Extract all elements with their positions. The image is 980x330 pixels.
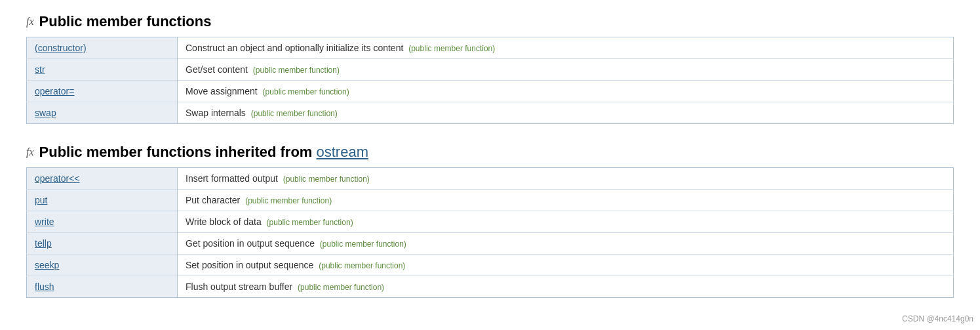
func-cell: operator=: [27, 81, 178, 102]
section-inherited-from-ostream: fxPublic member functions inherited from…: [26, 144, 954, 298]
table-row: putPut character (public member function…: [27, 190, 954, 211]
table-row: flushFlush output stream buffer (public …: [27, 276, 954, 298]
func-cell: write: [27, 211, 178, 233]
func-badge: (public member function): [263, 87, 349, 96]
func-cell: tellp: [27, 233, 178, 255]
table-row: writeWrite block of data (public member …: [27, 211, 954, 233]
desc-cell: Get position in output sequence (public …: [178, 233, 954, 255]
section-title-0: Public member functions: [39, 13, 212, 30]
table-row: operator=Move assignment (public member …: [27, 81, 954, 102]
func-cell: operator<<: [27, 168, 178, 190]
member-table-0: (constructor)Construct an object and opt…: [26, 37, 954, 124]
func-cell: flush: [27, 276, 178, 298]
desc-cell: Get/set content (public member function): [178, 59, 954, 81]
func-link[interactable]: (constructor): [35, 43, 87, 53]
func-link[interactable]: operator<<: [35, 173, 80, 184]
desc-cell: Construct an object and optionally initi…: [178, 37, 954, 59]
func-cell: seekp: [27, 255, 178, 276]
func-link[interactable]: seekp: [35, 260, 59, 270]
fx-icon: fx: [26, 146, 34, 158]
func-cell: put: [27, 190, 178, 211]
func-link[interactable]: swap: [35, 108, 56, 118]
section-title-1: Public member functions inherited from o…: [39, 144, 368, 161]
fx-icon: fx: [26, 16, 34, 28]
func-badge: (public member function): [408, 44, 495, 53]
desc-cell: Swap internals (public member function): [178, 102, 954, 124]
section-heading-1: fxPublic member functions inherited from…: [26, 144, 954, 161]
desc-cell: Flush output stream buffer (public membe…: [178, 276, 954, 298]
table-row: (constructor)Construct an object and opt…: [27, 37, 954, 59]
table-row: swapSwap internals (public member functi…: [27, 102, 954, 124]
func-link[interactable]: flush: [35, 281, 54, 292]
func-badge: (public member function): [298, 283, 384, 292]
func-link[interactable]: write: [35, 217, 54, 227]
func-badge: (public member function): [320, 239, 406, 249]
func-link[interactable]: put: [35, 195, 47, 205]
func-badge: (public member function): [251, 109, 338, 118]
desc-cell: Write block of data (public member funct…: [178, 211, 954, 233]
desc-cell: Insert formatted output (public member f…: [178, 168, 954, 190]
section-heading-0: fxPublic member functions: [26, 13, 954, 30]
member-table-1: operator<<Insert formatted output (publi…: [26, 167, 954, 298]
func-link[interactable]: str: [35, 64, 45, 75]
desc-cell: Move assignment (public member function): [178, 81, 954, 102]
table-row: strGet/set content (public member functi…: [27, 59, 954, 81]
func-cell: swap: [27, 102, 178, 124]
func-link[interactable]: operator=: [35, 86, 74, 96]
func-badge: (public member function): [319, 261, 405, 270]
func-badge: (public member function): [253, 66, 340, 75]
watermark: CSDN @4nc414g0n: [902, 314, 973, 323]
table-row: operator<<Insert formatted output (publi…: [27, 168, 954, 190]
func-badge: (public member function): [283, 175, 370, 184]
section-title-link-1[interactable]: ostream: [317, 144, 368, 160]
func-badge: (public member function): [245, 196, 332, 205]
desc-cell: Put character (public member function): [178, 190, 954, 211]
func-cell: str: [27, 59, 178, 81]
func-cell: (constructor): [27, 37, 178, 59]
section-public-member-functions: fxPublic member functions(constructor)Co…: [26, 13, 954, 124]
func-badge: (public member function): [267, 218, 353, 227]
desc-cell: Set position in output sequence (public …: [178, 255, 954, 276]
table-row: tellpGet position in output sequence (pu…: [27, 233, 954, 255]
func-link[interactable]: tellp: [35, 238, 52, 249]
table-row: seekpSet position in output sequence (pu…: [27, 255, 954, 276]
